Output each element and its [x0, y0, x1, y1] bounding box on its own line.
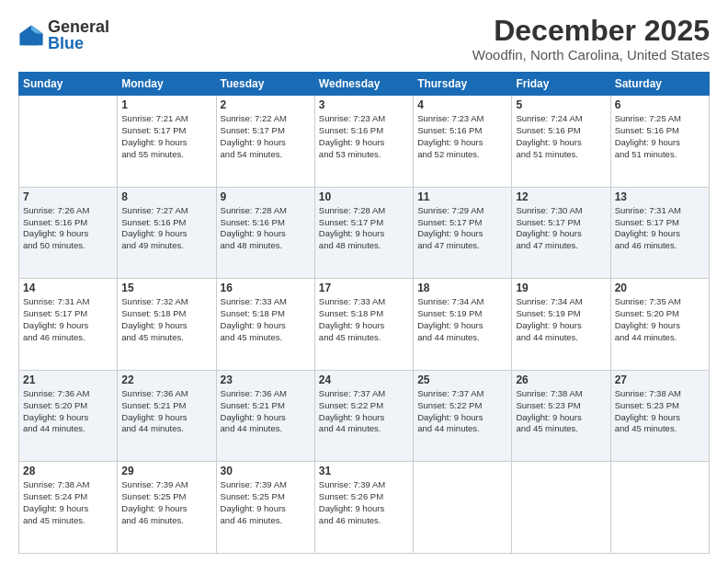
day-number: 20 [615, 282, 705, 294]
table-cell: 16Sunrise: 7:33 AM Sunset: 5:18 PM Dayli… [216, 279, 314, 371]
table-cell: 5Sunrise: 7:24 AM Sunset: 5:16 PM Daylig… [512, 96, 610, 188]
table-cell [414, 462, 512, 554]
table-cell: 7Sunrise: 7:26 AM Sunset: 5:16 PM Daylig… [19, 187, 118, 279]
day-number: 2 [221, 98, 311, 111]
table-cell: 10Sunrise: 7:28 AM Sunset: 5:17 PM Dayli… [314, 187, 413, 279]
day-number: 3 [319, 98, 409, 111]
day-number: 24 [319, 373, 409, 386]
table-cell: 14Sunrise: 7:31 AM Sunset: 5:17 PM Dayli… [19, 279, 118, 371]
title-block: December 2025 Woodfin, North Carolina, U… [472, 15, 710, 63]
day-number: 7 [23, 190, 113, 203]
day-info: Sunrise: 7:31 AM Sunset: 5:17 PM Dayligh… [23, 296, 113, 343]
day-number: 26 [516, 373, 606, 386]
day-info: Sunrise: 7:21 AM Sunset: 5:17 PM Dayligh… [121, 113, 211, 160]
table-cell: 2Sunrise: 7:22 AM Sunset: 5:17 PM Daylig… [216, 96, 314, 188]
logo-general-text: General [48, 18, 109, 35]
day-info: Sunrise: 7:23 AM Sunset: 5:16 PM Dayligh… [319, 113, 409, 160]
day-number: 30 [221, 465, 311, 477]
day-number: 28 [23, 465, 113, 477]
table-cell: 4Sunrise: 7:23 AM Sunset: 5:16 PM Daylig… [414, 96, 512, 188]
day-info: Sunrise: 7:22 AM Sunset: 5:17 PM Dayligh… [221, 113, 311, 160]
day-number: 25 [417, 373, 507, 386]
day-number: 1 [121, 98, 211, 111]
day-info: Sunrise: 7:33 AM Sunset: 5:18 PM Dayligh… [319, 296, 409, 343]
table-cell: 29Sunrise: 7:39 AM Sunset: 5:25 PM Dayli… [118, 462, 216, 554]
month-title: December 2025 [472, 15, 710, 47]
table-cell [19, 96, 118, 188]
table-cell: 11Sunrise: 7:29 AM Sunset: 5:17 PM Dayli… [414, 187, 512, 279]
table-cell: 18Sunrise: 7:34 AM Sunset: 5:19 PM Dayli… [414, 279, 512, 371]
day-info: Sunrise: 7:33 AM Sunset: 5:18 PM Dayligh… [221, 296, 311, 343]
day-info: Sunrise: 7:38 AM Sunset: 5:24 PM Dayligh… [23, 479, 113, 526]
week-row-1: 1Sunrise: 7:21 AM Sunset: 5:17 PM Daylig… [19, 96, 710, 188]
day-number: 8 [121, 190, 211, 203]
day-number: 15 [121, 282, 211, 294]
day-info: Sunrise: 7:31 AM Sunset: 5:17 PM Dayligh… [615, 205, 705, 252]
table-cell [610, 462, 709, 554]
table-cell: 30Sunrise: 7:39 AM Sunset: 5:25 PM Dayli… [216, 462, 314, 554]
day-info: Sunrise: 7:37 AM Sunset: 5:22 PM Dayligh… [319, 388, 409, 435]
day-number: 10 [319, 190, 409, 203]
day-info: Sunrise: 7:27 AM Sunset: 5:16 PM Dayligh… [121, 205, 211, 252]
day-info: Sunrise: 7:37 AM Sunset: 5:22 PM Dayligh… [417, 388, 507, 435]
day-number: 29 [121, 465, 211, 477]
day-number: 31 [319, 465, 409, 477]
day-number: 11 [417, 190, 507, 203]
week-row-5: 28Sunrise: 7:38 AM Sunset: 5:24 PM Dayli… [19, 462, 710, 554]
table-cell: 17Sunrise: 7:33 AM Sunset: 5:18 PM Dayli… [314, 279, 413, 371]
week-row-3: 14Sunrise: 7:31 AM Sunset: 5:17 PM Dayli… [19, 279, 710, 371]
day-number: 13 [615, 190, 705, 203]
day-number: 4 [417, 98, 507, 111]
col-sunday: Sunday [19, 73, 118, 96]
day-number: 9 [221, 190, 311, 203]
table-cell: 13Sunrise: 7:31 AM Sunset: 5:17 PM Dayli… [610, 187, 709, 279]
calendar-header-row: Sunday Monday Tuesday Wednesday Thursday… [19, 73, 710, 96]
day-info: Sunrise: 7:28 AM Sunset: 5:17 PM Dayligh… [319, 205, 409, 252]
day-info: Sunrise: 7:39 AM Sunset: 5:25 PM Dayligh… [121, 479, 211, 526]
table-cell: 23Sunrise: 7:36 AM Sunset: 5:21 PM Dayli… [216, 370, 314, 462]
col-saturday: Saturday [610, 73, 709, 96]
day-number: 22 [121, 373, 211, 386]
page: General Blue December 2025 Woodfin, Nort… [0, 0, 728, 563]
table-cell: 31Sunrise: 7:39 AM Sunset: 5:26 PM Dayli… [314, 462, 413, 554]
col-friday: Friday [512, 73, 610, 96]
table-cell: 6Sunrise: 7:25 AM Sunset: 5:16 PM Daylig… [610, 96, 709, 188]
logo: General Blue [18, 18, 109, 52]
calendar-table: Sunday Monday Tuesday Wednesday Thursday… [18, 72, 710, 554]
table-cell: 19Sunrise: 7:34 AM Sunset: 5:19 PM Dayli… [512, 279, 610, 371]
day-number: 19 [516, 282, 606, 294]
logo-text: General Blue [48, 18, 109, 52]
day-number: 18 [417, 282, 507, 294]
col-wednesday: Wednesday [314, 73, 413, 96]
day-info: Sunrise: 7:38 AM Sunset: 5:23 PM Dayligh… [516, 388, 606, 435]
day-info: Sunrise: 7:36 AM Sunset: 5:21 PM Dayligh… [121, 388, 211, 435]
table-cell: 24Sunrise: 7:37 AM Sunset: 5:22 PM Dayli… [314, 370, 413, 462]
day-number: 6 [615, 98, 705, 111]
header: General Blue December 2025 Woodfin, Nort… [18, 15, 710, 63]
day-info: Sunrise: 7:30 AM Sunset: 5:17 PM Dayligh… [516, 205, 606, 252]
day-info: Sunrise: 7:24 AM Sunset: 5:16 PM Dayligh… [516, 113, 606, 160]
col-tuesday: Tuesday [216, 73, 314, 96]
day-number: 16 [221, 282, 311, 294]
logo-icon [18, 22, 44, 48]
table-cell: 21Sunrise: 7:36 AM Sunset: 5:20 PM Dayli… [19, 370, 118, 462]
table-cell: 26Sunrise: 7:38 AM Sunset: 5:23 PM Dayli… [512, 370, 610, 462]
location: Woodfin, North Carolina, United States [472, 47, 710, 63]
week-row-4: 21Sunrise: 7:36 AM Sunset: 5:20 PM Dayli… [19, 370, 710, 462]
table-cell [512, 462, 610, 554]
day-info: Sunrise: 7:39 AM Sunset: 5:25 PM Dayligh… [221, 479, 311, 526]
table-cell: 12Sunrise: 7:30 AM Sunset: 5:17 PM Dayli… [512, 187, 610, 279]
week-row-2: 7Sunrise: 7:26 AM Sunset: 5:16 PM Daylig… [19, 187, 710, 279]
day-info: Sunrise: 7:34 AM Sunset: 5:19 PM Dayligh… [417, 296, 507, 343]
day-info: Sunrise: 7:39 AM Sunset: 5:26 PM Dayligh… [319, 479, 409, 526]
day-number: 5 [516, 98, 606, 111]
day-number: 27 [615, 373, 705, 386]
table-cell: 3Sunrise: 7:23 AM Sunset: 5:16 PM Daylig… [314, 96, 413, 188]
col-monday: Monday [118, 73, 216, 96]
day-info: Sunrise: 7:28 AM Sunset: 5:16 PM Dayligh… [221, 205, 311, 252]
day-number: 23 [221, 373, 311, 386]
table-cell: 25Sunrise: 7:37 AM Sunset: 5:22 PM Dayli… [414, 370, 512, 462]
day-info: Sunrise: 7:26 AM Sunset: 5:16 PM Dayligh… [23, 205, 113, 252]
day-info: Sunrise: 7:36 AM Sunset: 5:20 PM Dayligh… [23, 388, 113, 435]
day-number: 21 [23, 373, 113, 386]
